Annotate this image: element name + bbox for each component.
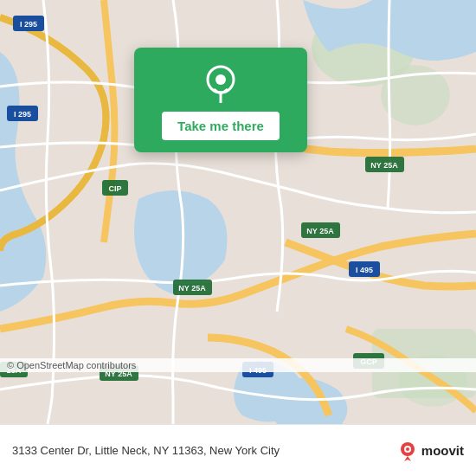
attribution-bar: © OpenStreetMap contributors [0, 358, 476, 372]
svg-point-31 [406, 447, 409, 451]
pin-icon [201, 63, 241, 103]
take-me-there-button[interactable]: Take me there [162, 112, 280, 140]
svg-text:NY 25A: NY 25A [178, 284, 206, 293]
svg-text:I 295: I 295 [14, 110, 31, 119]
svg-text:CIP: CIP [108, 184, 121, 193]
footer: 3133 Center Dr, Little Neck, NY 11363, N… [0, 424, 476, 476]
moovit-logo: moovit [397, 441, 464, 461]
svg-text:I 495: I 495 [356, 266, 373, 274]
map-view: I 295 I 295 NY 25A NY 25A NY 25A NY 25A … [0, 0, 476, 424]
moovit-icon [397, 441, 418, 461]
svg-text:NY 25A: NY 25A [306, 227, 334, 235]
address-text: 3133 Center Dr, Little Neck, NY 11363, N… [12, 444, 397, 457]
moovit-brand-text: moovit [421, 443, 464, 458]
svg-point-28 [215, 74, 226, 85]
svg-text:I 295: I 295 [20, 20, 37, 29]
svg-text:NY 25A: NY 25A [370, 161, 398, 170]
attribution-text: © OpenStreetMap contributors [7, 360, 136, 370]
location-card: Take me there [134, 48, 307, 152]
